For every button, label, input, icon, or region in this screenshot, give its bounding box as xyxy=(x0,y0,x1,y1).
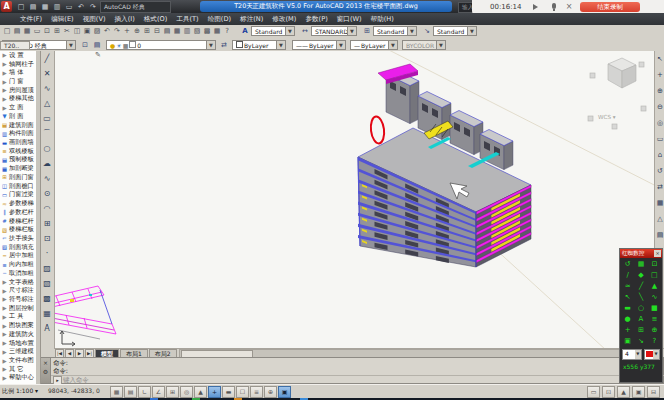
drawing-canvas[interactable] xyxy=(54,51,654,348)
paste-icon[interactable]: ▣ xyxy=(82,26,92,37)
redo-icon[interactable]: ↷ xyxy=(88,2,98,12)
am-toggle[interactable]: ⊕ xyxy=(264,386,277,398)
polyline-icon[interactable]: ∿ xyxy=(40,81,54,96)
palette-item[interactable]: ◫ 剖面檐口 xyxy=(0,182,36,191)
otrack-toggle[interactable]: ◎ xyxy=(180,386,193,398)
copy-icon[interactable]: ◫ xyxy=(72,26,82,37)
bar-tool-icon[interactable]: ▬ xyxy=(621,303,634,314)
lwt-toggle[interactable]: ▬ xyxy=(222,386,235,398)
steering-wheel-icon[interactable]: ⇄ xyxy=(655,179,664,195)
zoom-realtime-icon[interactable]: ⊕ xyxy=(132,26,142,37)
triangle-tool-icon[interactable]: ▲ xyxy=(648,281,661,292)
palette-item[interactable]: ─ 取消加粗 xyxy=(0,269,36,278)
ortho-toggle[interactable]: ∟ xyxy=(138,386,151,398)
zoom-extents-icon[interactable]: ⌂ xyxy=(655,147,664,163)
sc-toggle[interactable]: ≡ xyxy=(250,386,263,398)
gradient-icon[interactable]: ▧ xyxy=(40,276,54,291)
wave-tool-icon[interactable]: ≈ xyxy=(621,281,634,292)
palette-item[interactable]: ▶ 墙 体 xyxy=(0,68,36,77)
palette-item[interactable]: ▶ 工 具 xyxy=(0,313,36,322)
palette-item[interactable]: ▼ 剖 面 xyxy=(0,112,36,121)
plot-icon[interactable]: ▭ xyxy=(32,26,42,37)
menu-item[interactable]: 文件(F) xyxy=(20,15,42,24)
menu-item[interactable]: 帮助(H) xyxy=(371,15,394,24)
palette-item[interactable]: ▶ 立 面 xyxy=(0,103,36,112)
text-tool-icon[interactable]: A xyxy=(634,314,647,325)
menu-item[interactable]: 工具(T) xyxy=(176,15,198,24)
ducs-toggle[interactable]: ▲ xyxy=(194,386,207,398)
palette-header-tab[interactable]: T20.. xyxy=(0,41,30,50)
viewcube[interactable] xyxy=(588,58,646,129)
square-tool-icon[interactable]: ■ xyxy=(648,303,661,314)
palette-item[interactable]: ▶ 其 它 xyxy=(0,365,36,374)
palette-item[interactable]: ⌐ 扶手接头 xyxy=(0,234,36,243)
zoom-previous-icon[interactable]: ⊟ xyxy=(152,26,162,37)
table-icon[interactable]: ▦ xyxy=(40,306,54,321)
view-back-icon[interactable]: ↺ xyxy=(655,163,664,179)
point-icon[interactable]: · xyxy=(40,246,54,261)
orbit-icon[interactable]: ◎ xyxy=(655,115,664,131)
pan-icon[interactable]: + xyxy=(122,26,132,37)
palette-item[interactable]: ▤ 建筑剖面 xyxy=(0,121,36,130)
pen-size-dropdown[interactable]: 4▼ xyxy=(622,349,642,360)
palette-item[interactable]: ▶ 门 窗 xyxy=(0,77,36,86)
spline-icon[interactable]: ∿ xyxy=(40,171,54,186)
view-3d-icon[interactable]: △ xyxy=(655,211,664,227)
command-window-grip[interactable]: × ⚙ xyxy=(41,358,51,383)
palette-item[interactable]: ▶ 三维建模 xyxy=(0,347,36,356)
palette-item[interactable]: ▶ 符号标注 xyxy=(0,295,36,304)
palette-item[interactable]: ▶ 设 置 xyxy=(0,51,36,60)
palette-item[interactable]: ▶ 文字表格 xyxy=(0,278,36,287)
palette-item[interactable]: ▶ 图层控制 xyxy=(0,304,36,313)
menu-item[interactable]: 修改(M) xyxy=(272,15,296,24)
construction-line-icon[interactable]: ✕ xyxy=(40,66,54,81)
palette-item[interactable]: ▶ 房间屋顶 xyxy=(0,86,36,95)
curve-tool-icon[interactable]: ∿ xyxy=(648,292,661,303)
sheet-icon[interactable]: ▤ xyxy=(655,227,664,243)
annotation-scale-icon[interactable]: ▲ xyxy=(617,386,630,398)
publish-icon[interactable]: ⊞ xyxy=(52,26,62,37)
zoom-in-icon[interactable]: ⊕ xyxy=(655,83,664,99)
arc-icon[interactable]: ⌒ xyxy=(40,126,54,141)
pen-tool-icon[interactable]: ∕ xyxy=(621,270,634,281)
plot-icon[interactable]: ▭ xyxy=(64,2,74,12)
ellipse-arc-icon[interactable]: ◠ xyxy=(40,201,54,216)
autocad-logo-icon[interactable]: A xyxy=(1,1,12,12)
annotation-panel-title[interactable]: 红蜘数控 × xyxy=(620,249,662,258)
clean-screen-icon[interactable]: ⊟ xyxy=(647,386,660,398)
preview-icon[interactable]: ⊡ xyxy=(42,26,52,37)
circle-tool-icon[interactable]: ○ xyxy=(634,303,647,314)
undo-tool-icon[interactable]: ↺ xyxy=(621,259,634,270)
viewcube-wcs-label[interactable]: WCS ▾ xyxy=(598,114,616,120)
recorder-close-icon[interactable]: × xyxy=(564,2,574,12)
pointer-tool-icon[interactable]: ↖ xyxy=(621,292,634,303)
speaker-icon[interactable] xyxy=(532,2,544,12)
revision-cloud-icon[interactable]: ☁ xyxy=(40,156,54,171)
building-3d-model[interactable] xyxy=(358,64,531,267)
tool-palettes-icon[interactable]: ▥ xyxy=(182,26,192,37)
palette-item[interactable]: ▨ 剖面填充 xyxy=(0,243,36,252)
layer-properties-icon[interactable]: ▤ xyxy=(92,40,102,50)
command-close-icon[interactable]: × xyxy=(41,358,50,367)
zoom-out-icon[interactable]: ⊖ xyxy=(655,99,664,115)
polygon-icon[interactable]: △ xyxy=(40,96,54,111)
microphone-icon[interactable] xyxy=(548,2,560,12)
palette-item[interactable]: # 楼梯栏杆 xyxy=(0,217,36,226)
make-layer-current-icon[interactable]: ⇄ xyxy=(219,40,229,50)
grid-tool-icon[interactable]: ⊞ xyxy=(634,325,647,336)
highlight-tool-icon[interactable]: ◆ xyxy=(634,270,647,281)
insert-block-icon[interactable]: ⊞ xyxy=(40,216,54,231)
text-style-combo[interactable]: Standard▼ xyxy=(251,26,295,36)
palette-item[interactable]: ▦ 加剖断梁 xyxy=(0,164,36,173)
palette-item[interactable]: ▥ 构件剖面 xyxy=(0,129,36,138)
rect-tool-icon[interactable]: ⊡ xyxy=(648,259,661,270)
ws-toggle[interactable]: ▣ xyxy=(278,386,291,398)
linetype-combo[interactable]: ——ByLayer▼ xyxy=(292,40,346,50)
pen-color-dropdown[interactable]: ▼ xyxy=(644,349,660,360)
save-icon[interactable]: ▦ xyxy=(22,26,32,37)
menu-item[interactable]: 标注(N) xyxy=(240,15,263,24)
menu-item[interactable]: 绘图(D) xyxy=(208,15,231,24)
menu-item[interactable]: 视图(V) xyxy=(83,15,106,24)
arrow-tool-icon[interactable]: ↘ xyxy=(634,336,647,347)
undo-icon[interactable]: ↶ xyxy=(76,2,86,12)
